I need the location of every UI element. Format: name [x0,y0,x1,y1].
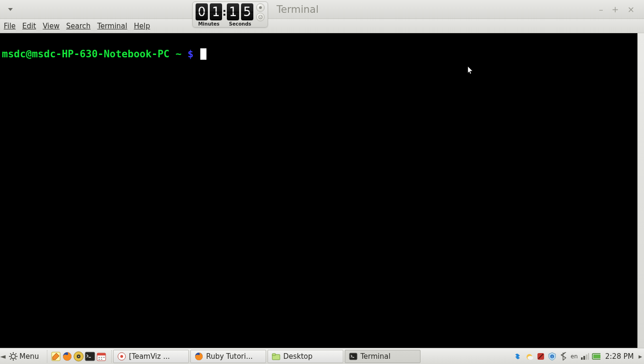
firefox-icon [195,352,203,361]
svg-rect-32 [349,353,357,360]
network-icon[interactable] [581,352,589,361]
svg-point-35 [528,356,533,360]
gear-icon [9,352,18,361]
taskbar-right-arrow[interactable]: ▸ [638,352,642,361]
window-minimize-button[interactable]: – [599,4,603,14]
taskbar-sep-2 [110,350,112,363]
folder-icon [272,352,280,361]
svg-point-17 [78,355,80,357]
weather-icon[interactable] [525,352,534,361]
bluetooth-icon[interactable] [559,352,568,361]
battery-icon[interactable] [592,352,600,361]
svg-point-4 [11,354,16,358]
calendar-icon[interactable] [96,351,107,362]
system-tray: i en 2:28 PM ▸ [514,352,644,361]
task-firefox[interactable]: Ruby Tutori... [190,350,266,363]
window-maximize-button[interactable]: + [612,4,619,14]
task-terminal[interactable]: Terminal [345,350,420,363]
svg-rect-46 [593,355,600,358]
start-menu-button[interactable]: Menu [6,350,44,363]
svg-rect-21 [97,353,106,355]
svg-rect-18 [85,352,95,361]
terminal-launcher-icon[interactable] [85,351,95,362]
timer-seconds-label: Seconds [229,21,251,27]
notifications-off-icon[interactable] [537,352,545,361]
task-desktop[interactable]: Desktop [268,350,343,363]
keyboard-layout-indicator[interactable]: en [571,352,578,361]
firefox-launcher-icon[interactable] [62,351,72,362]
menu-search[interactable]: Search [66,22,91,30]
teamviz-icon [117,352,126,361]
timer-control-bottom[interactable] [256,13,265,21]
svg-line-12 [10,358,11,359]
svg-rect-40 [581,357,583,360]
svg-rect-23 [101,357,102,358]
music-player-icon[interactable] [73,351,84,362]
timer-min-digit-1: 1 [210,3,222,20]
menu-help[interactable]: Help [134,22,150,30]
dropbox-icon[interactable] [514,352,522,361]
task-label: Ruby Tutori... [206,352,253,361]
svg-rect-43 [588,353,589,360]
task-label: Desktop [283,352,313,361]
svg-point-0 [259,6,262,9]
window-title: Terminal [277,4,319,15]
svg-rect-24 [103,357,105,358]
svg-rect-31 [272,354,276,355]
menu-file[interactable]: File [4,22,16,30]
start-menu-label: Menu [19,352,39,361]
terminal-scrollbar[interactable] [637,33,644,348]
svg-point-1 [259,15,262,19]
menu-view[interactable]: View [43,22,60,30]
svg-rect-22 [98,357,100,358]
mouse-pointer-icon [468,66,474,75]
svg-rect-41 [583,356,585,360]
svg-rect-42 [586,355,588,360]
timer-colon: : [222,3,227,20]
terminal-cursor [200,48,206,60]
menu-edit[interactable]: Edit [22,22,36,30]
svg-line-9 [10,353,11,354]
svg-line-10 [15,358,16,359]
prompt-symbol: $ [188,48,194,60]
task-label: [TeamViz ... [129,352,170,361]
window-titlebar: Terminal – + × [0,0,644,19]
svg-point-3 [261,16,262,17]
app-menu-button[interactable] [4,4,17,15]
taskbar-clock[interactable]: 2:28 PM [603,352,635,361]
menubar: File Edit View Search Terminal Help [0,19,644,33]
task-teamviz[interactable]: [TeamViz ... [113,350,189,363]
terminal-icon [349,352,358,361]
svg-line-11 [15,353,16,354]
timer-minutes-label: Minutes [198,21,219,27]
taskbar-sep-1 [45,350,47,363]
quick-launch [49,351,108,362]
pomodoro-timer[interactable]: 0 1 Minutes : 1 5 Seconds [192,1,268,27]
terminal-area[interactable]: msdc@msdc-HP-630-Notebook-PC ~ $ [0,33,644,348]
svg-rect-25 [98,359,100,360]
timer-sec-digit-1: 5 [241,3,253,20]
menu-terminal[interactable]: Terminal [97,22,127,30]
taskbar-left-arrow[interactable]: ◄ [0,348,6,364]
taskbar: ◄ Menu [TeamViz ... [0,348,644,364]
svg-point-2 [259,16,260,17]
shield-info-icon[interactable]: i [548,352,556,361]
notes-icon[interactable] [51,351,61,362]
timer-control-top[interactable] [256,3,265,12]
timer-sec-digit-0: 1 [227,3,239,20]
task-label: Terminal [360,352,390,361]
svg-rect-26 [101,359,102,360]
window-close-button[interactable]: × [627,4,635,14]
prompt-host: msdc@msdc-HP-630-Notebook-PC [2,48,170,60]
svg-point-28 [120,355,123,358]
prompt-cwd: ~ [176,48,182,60]
timer-min-digit-0: 0 [196,3,208,20]
